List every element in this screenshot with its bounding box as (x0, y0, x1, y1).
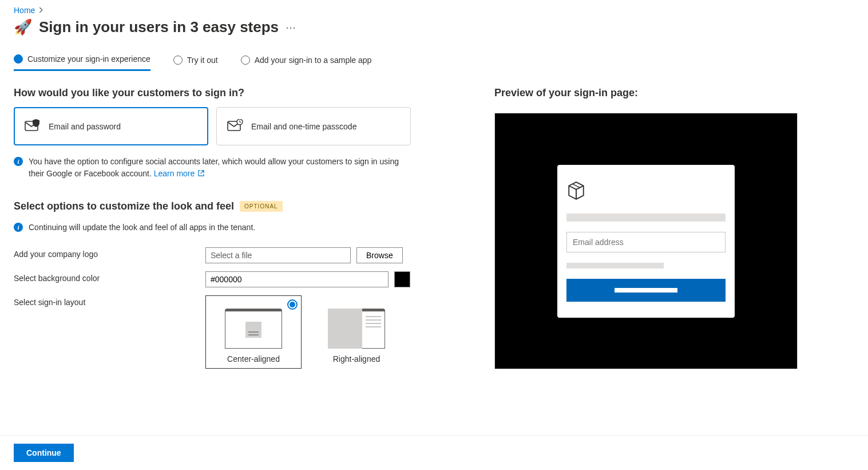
breadcrumb: Home (14, 6, 854, 15)
layout-center-thumb-icon (225, 309, 282, 349)
step-label: Add your sign-in to a sample app (255, 56, 372, 65)
logo-label: Add your company logo (14, 247, 205, 259)
step-customize[interactable]: Customize your sign-in experience (14, 54, 150, 71)
radio-empty-icon (241, 56, 250, 65)
layout-center-option[interactable]: Center-aligned (205, 295, 302, 369)
bgcolor-label: Select background color (14, 271, 205, 283)
step-label: Customize your sign-in experience (27, 54, 150, 64)
radio-empty-icon (173, 56, 183, 65)
layout-option-label: Center-aligned (211, 354, 296, 364)
layout-label: Select sign-in layout (14, 295, 205, 307)
bgcolor-swatch[interactable] (394, 271, 410, 287)
preview-email-input (566, 232, 726, 252)
wizard-steps: Customize your sign-in experience Try it… (14, 54, 854, 71)
preview-heading: Preview of your sign-in page: (494, 87, 854, 99)
learn-more-link[interactable]: Learn more (154, 169, 204, 178)
signin-method-heading: How would you like your customers to sig… (14, 87, 426, 99)
step-add-to-sample[interactable]: Add your sign-in to a sample app (241, 54, 372, 71)
browse-button[interactable]: Browse (356, 247, 403, 263)
tenant-update-info: i Continuing will update the look and fe… (14, 222, 414, 234)
step-label: Try it out (187, 56, 218, 65)
option-label: Email and password (49, 122, 121, 131)
logo-file-input[interactable]: Select a file (205, 247, 351, 263)
info-icon: i (14, 223, 23, 232)
bgcolor-input[interactable] (205, 271, 389, 287)
page-title-row: 🚀 Sign in your users in 3 easy steps ⋯ (14, 18, 854, 36)
chevron-right-icon (38, 7, 43, 14)
preview-frame (494, 113, 798, 369)
info-text: Continuing will update the look and feel… (29, 222, 255, 234)
preview-signin-card (557, 165, 735, 318)
customize-heading: Select options to customize the look and… (14, 200, 234, 212)
step-try-it-out[interactable]: Try it out (173, 54, 218, 71)
external-link-icon (198, 168, 204, 180)
preview-primary-button (566, 279, 726, 302)
optional-badge: OPTIONAL (240, 201, 283, 212)
page-title: Sign in your users in 3 easy steps (39, 18, 279, 36)
social-accounts-info: i You have the option to configure socia… (14, 156, 414, 180)
option-email-password[interactable]: Email and password (14, 107, 208, 145)
option-label: Email and one-time passcode (251, 122, 356, 131)
info-text: You have the option to configure social … (29, 157, 399, 178)
placeholder-line (566, 214, 726, 222)
breadcrumb-home[interactable]: Home (14, 6, 35, 15)
option-email-passcode[interactable]: Email and one-time passcode (216, 107, 411, 145)
rocket-icon: 🚀 (14, 18, 32, 36)
layout-option-label: Right-aligned (314, 354, 399, 364)
info-icon: i (14, 157, 23, 166)
mail-clock-icon (227, 119, 243, 133)
placeholder-line (566, 263, 664, 268)
package-icon (566, 181, 726, 202)
layout-right-option[interactable]: Right-aligned (308, 295, 405, 369)
radio-filled-icon (14, 54, 23, 64)
radio-selected-icon (287, 299, 298, 310)
layout-right-thumb-icon (328, 309, 385, 349)
more-actions-button[interactable]: ⋯ (286, 21, 296, 34)
mail-shield-icon (25, 119, 41, 133)
